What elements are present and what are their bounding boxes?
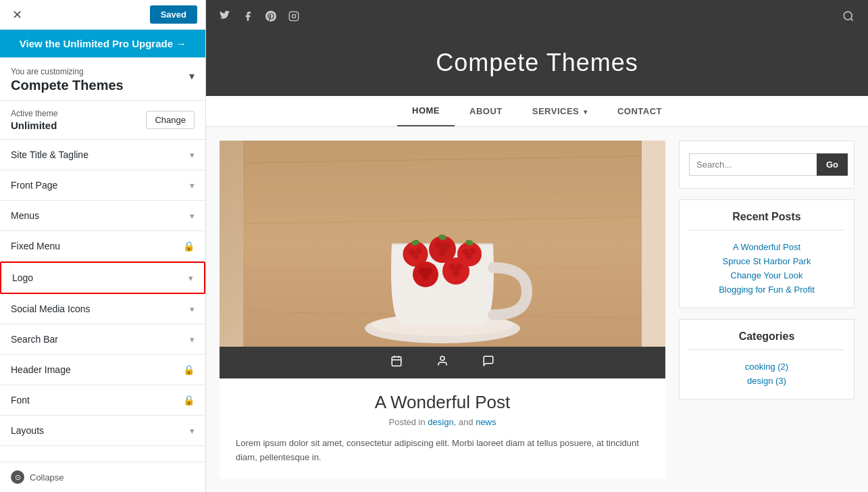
widget-divider	[689, 230, 844, 230]
lock-icon: 🔒	[183, 241, 195, 251]
chevron-down-icon: ▾	[190, 335, 195, 345]
svg-point-30	[422, 273, 429, 280]
preview-content: A Wonderful Post Posted in design, and n…	[206, 127, 868, 492]
collapse-footer[interactable]: ⊙ Collapse	[0, 462, 205, 492]
widget-search-form: Go	[680, 141, 854, 188]
svg-point-22	[439, 248, 446, 255]
categories-list: cooking (2) design (3)	[680, 357, 854, 399]
menu-item-front-page[interactable]: Front Page ▾	[0, 170, 205, 201]
svg-point-1	[292, 14, 295, 18]
preview-site-header: Compete Themes	[206, 35, 868, 96]
svg-point-34	[453, 269, 460, 276]
recent-posts-list: A Wonderful Post Spruce St Harbor Park C…	[680, 237, 854, 308]
chevron-down-icon: ▾	[188, 273, 193, 283]
customizer-sidebar: ✕ Saved View the Unlimited Pro Upgrade →…	[0, 0, 206, 492]
menu-item-site-title[interactable]: Site Title & Tagline ▾	[0, 140, 205, 170]
customizing-title: Compete Themes	[11, 78, 189, 93]
menu-item-menus[interactable]: Menus ▾	[0, 201, 205, 231]
post-icons-bar	[220, 347, 665, 378]
upgrade-banner[interactable]: View the Unlimited Pro Upgrade →	[0, 30, 205, 57]
menu-item-layouts[interactable]: Layouts ▾	[0, 416, 205, 446]
categories-title: Categories	[680, 320, 854, 349]
menu-item-social-media[interactable]: Social Media Icons ▾	[0, 294, 205, 324]
preview-nav: HOME ABOUT SERVICES ▾ CONTACT	[206, 96, 868, 127]
preview-area: Compete Themes HOME ABOUT SERVICES ▾ CON…	[206, 0, 868, 492]
nav-item-about[interactable]: ABOUT	[455, 97, 517, 126]
categories-widget: Categories cooking (2) design (3)	[679, 319, 854, 399]
dropdown-arrow-icon: ▾	[584, 108, 588, 116]
svg-rect-38	[392, 357, 401, 366]
recent-post-2[interactable]: Spruce St Harbor Park	[686, 254, 847, 268]
pinterest-icon[interactable]	[265, 11, 276, 24]
chevron-down-icon: ▾	[190, 304, 195, 314]
recent-post-4[interactable]: Blogging for Fun & Profit	[686, 282, 847, 297]
preview-topbar	[206, 0, 868, 35]
active-theme-section: Active theme Unlimited Change	[0, 101, 205, 140]
menu-item-logo[interactable]: Logo ▾	[0, 262, 205, 294]
chevron-down-icon: ▾	[190, 426, 195, 436]
menu-item-search-bar[interactable]: Search Bar ▾	[0, 324, 205, 355]
post-featured-image	[220, 141, 665, 347]
active-theme-name: Unlimited	[11, 120, 57, 131]
widget-search-input[interactable]	[689, 153, 817, 176]
close-button[interactable]: ✕	[8, 6, 26, 24]
widget-search-button[interactable]: Go	[817, 153, 848, 176]
svg-point-3	[844, 11, 852, 20]
svg-rect-0	[289, 11, 298, 20]
post-category-design[interactable]: design	[428, 417, 453, 427]
main-post-area: A Wonderful Post Posted in design, and n…	[220, 141, 665, 478]
chevron-down-icon: ▾	[190, 180, 195, 191]
social-icons-bar	[220, 11, 299, 24]
facebook-icon[interactable]	[242, 11, 253, 24]
customizing-dropdown-arrow[interactable]: ▾	[189, 67, 195, 82]
search-icon-top[interactable]	[842, 10, 854, 26]
calendar-icon[interactable]	[390, 355, 403, 370]
user-icon[interactable]	[436, 355, 449, 370]
change-theme-button[interactable]: Change	[146, 111, 195, 129]
saved-button[interactable]: Saved	[150, 5, 197, 24]
svg-point-21	[436, 241, 443, 249]
recent-posts-widget: Recent Posts A Wonderful Post Spruce St …	[679, 199, 854, 308]
post-meta: Posted in design, and news	[236, 417, 649, 427]
post-category-news[interactable]: news	[476, 417, 496, 427]
category-design[interactable]: design (3)	[686, 374, 847, 388]
recent-post-3[interactable]: Change Your Look	[686, 268, 847, 282]
svg-point-18	[412, 253, 419, 260]
svg-point-26	[466, 253, 473, 260]
active-theme-label: Active theme	[11, 109, 57, 118]
right-sidebar: Go Recent Posts A Wonderful Post Spruce …	[679, 141, 854, 478]
collapse-label: Collapse	[30, 472, 64, 483]
nav-item-services[interactable]: SERVICES ▾	[517, 97, 603, 126]
menu-item-header-image[interactable]: Header Image 🔒	[0, 355, 205, 385]
site-title: Compete Themes	[213, 49, 861, 77]
twitter-icon[interactable]	[220, 11, 230, 24]
category-cooking[interactable]: cooking (2)	[686, 360, 847, 374]
sidebar-topbar: ✕ Saved	[0, 0, 205, 30]
customizing-label: You are customizing	[11, 67, 189, 76]
lock-icon: 🔒	[183, 364, 195, 375]
post-text-area: A Wonderful Post Posted in design, and n…	[220, 378, 665, 478]
lock-icon: 🔒	[183, 395, 195, 405]
search-widget: Go	[679, 141, 854, 189]
menu-list: Site Title & Tagline ▾ Front Page ▾ Menu…	[0, 140, 205, 462]
recent-post-1[interactable]: A Wonderful Post	[686, 240, 847, 254]
post-title: A Wonderful Post	[236, 392, 649, 413]
menu-item-fixed-menu[interactable]: Fixed Menu 🔒	[0, 231, 205, 262]
instagram-icon[interactable]	[288, 11, 299, 24]
nav-item-contact[interactable]: CONTACT	[603, 97, 677, 126]
svg-point-2	[296, 14, 297, 14]
svg-point-42	[440, 357, 444, 361]
post-excerpt: Lorem ipsum dolor sit amet, consectetur …	[236, 437, 649, 465]
menu-item-font[interactable]: Font 🔒	[0, 385, 205, 416]
recent-posts-title: Recent Posts	[680, 200, 854, 230]
collapse-icon: ⊙	[11, 470, 24, 484]
chevron-down-icon: ▾	[190, 211, 195, 221]
chevron-down-icon: ▾	[190, 150, 195, 160]
svg-line-4	[850, 18, 852, 20]
customizing-section: You are customizing Compete Themes ▾	[0, 57, 205, 101]
widget-divider-2	[689, 349, 844, 350]
nav-item-home[interactable]: HOME	[397, 96, 455, 126]
comment-icon[interactable]	[482, 355, 494, 370]
upgrade-label: View the Unlimited Pro Upgrade →	[20, 38, 186, 49]
